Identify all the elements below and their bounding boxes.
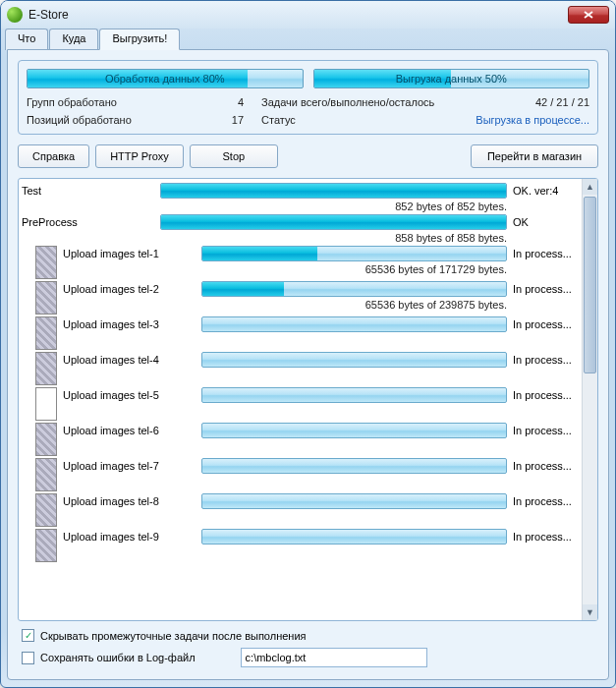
task-row[interactable]: Upload images tel-265536 bytes of 239875…: [20, 279, 595, 315]
task-row[interactable]: Upload images tel-7In process...: [20, 456, 595, 491]
task-row[interactable]: Test852 bytes of 852 bytes.OK. ver:4: [20, 181, 595, 212]
tasks-count-value: 42 / 21 / 21: [476, 96, 589, 108]
task-name: Upload images tel-6: [63, 423, 196, 436]
summary-panel: Обработка данных 80% Выгрузка данных 50%…: [18, 60, 598, 135]
task-status: OK: [513, 214, 591, 228]
task-progress-bar: [201, 387, 507, 403]
hide-done-checkbox[interactable]: ✓: [22, 629, 34, 642]
task-name: Upload images tel-4: [63, 352, 196, 366]
scrollbar-thumb[interactable]: [584, 197, 596, 373]
task-row[interactable]: Upload images tel-4In process...: [20, 350, 595, 385]
groups-processed-label: Групп обработано: [27, 96, 167, 108]
content-panel: Обработка данных 80% Выгрузка данных 50%…: [7, 49, 609, 680]
task-row[interactable]: Upload images tel-9In process...: [20, 527, 595, 562]
groups-processed-value: 4: [185, 96, 244, 108]
task-thumbnail: [35, 493, 57, 527]
task-progress-bar: [201, 423, 507, 438]
task-progress-fill: [202, 282, 284, 296]
task-row[interactable]: PreProcess858 bytes of 858 bytes.OK: [20, 212, 595, 244]
task-thumbnail: [35, 316, 57, 350]
scroll-up-button[interactable]: ▲: [583, 179, 597, 195]
task-progress-fill: [161, 215, 506, 229]
task-name: Upload images tel-1: [63, 246, 196, 259]
task-thumbnail: [35, 246, 57, 279]
app-icon: [7, 7, 23, 23]
task-progress-fill: [161, 184, 506, 198]
task-name: Upload images tel-5: [63, 387, 196, 401]
tab-what[interactable]: Что: [5, 29, 48, 50]
task-progress-bar: [201, 529, 507, 545]
task-thumbnail: [35, 529, 57, 562]
processing-progress-label: Обработка данных 80%: [105, 73, 225, 85]
task-thumbnail: [35, 281, 57, 315]
task-status: In process...: [513, 316, 591, 330]
tab-upload[interactable]: Выгрузить!: [99, 29, 180, 50]
scrollbar[interactable]: ▲ ▼: [582, 179, 597, 620]
window-title: E-Store: [28, 8, 568, 22]
tasks-count-label: Задачи всего/выполнено/осталось: [261, 96, 458, 108]
task-status: In process...: [513, 493, 591, 507]
task-row[interactable]: Upload images tel-3In process...: [20, 315, 595, 350]
tab-where[interactable]: Куда: [49, 29, 98, 50]
task-bytes: 852 bytes of 852 bytes.: [160, 201, 507, 212]
task-progress-col: [201, 316, 507, 332]
close-button[interactable]: [568, 6, 609, 24]
task-status: In process...: [513, 458, 591, 472]
task-progress-bar: [201, 352, 507, 368]
help-button[interactable]: Справка: [18, 144, 89, 168]
task-progress-bar: [201, 316, 507, 332]
task-name: Upload images tel-8: [63, 493, 196, 507]
task-progress-col: 65536 bytes of 171729 bytes.: [201, 246, 507, 275]
status-label: Статус: [261, 114, 458, 126]
positions-processed-label: Позиций обработано: [27, 114, 167, 126]
task-progress-bar: [201, 281, 507, 297]
task-progress-bar: [201, 493, 507, 509]
task-thumbnail: [35, 423, 57, 456]
task-name: Test: [22, 183, 154, 197]
task-thumbnail: [35, 387, 57, 421]
task-name: Upload images tel-2: [63, 281, 196, 295]
task-row[interactable]: Upload images tel-165536 bytes of 171729…: [20, 244, 595, 279]
task-row[interactable]: Upload images tel-5In process...: [20, 385, 595, 421]
task-progress-col: [201, 387, 507, 403]
task-name: Upload images tel-7: [63, 458, 196, 472]
task-progress-col: [201, 352, 507, 368]
task-bytes: 65536 bytes of 239875 bytes.: [201, 299, 507, 311]
task-thumbnail: [35, 458, 57, 491]
task-bytes: 858 bytes of 858 bytes.: [160, 232, 507, 244]
task-progress-bar: [201, 246, 507, 261]
log-path-input[interactable]: [241, 648, 427, 667]
task-progress-col: 852 bytes of 852 bytes.: [160, 183, 507, 212]
task-name: Upload images tel-9: [63, 529, 196, 543]
task-progress-bar: [160, 214, 507, 230]
footer: ✓ Скрывать промежуточные задачи после вы…: [18, 621, 598, 669]
titlebar[interactable]: E-Store: [1, 1, 615, 29]
hide-done-label: Скрывать промежуточные задачи после выпо…: [40, 630, 307, 642]
scroll-down-button[interactable]: ▼: [583, 604, 597, 620]
task-status: OK. ver:4: [513, 183, 591, 197]
task-status: In process...: [513, 352, 591, 366]
task-progress-col: [201, 458, 507, 474]
task-progress-col: [201, 529, 507, 545]
save-log-label: Сохранять ошибки в Log-файл: [40, 652, 196, 663]
http-proxy-button[interactable]: HTTP Proxy: [95, 144, 184, 168]
tabs: Что Куда Выгрузить!: [1, 29, 615, 50]
task-progress-col: [201, 493, 507, 509]
task-progress-col: 65536 bytes of 239875 bytes.: [201, 281, 507, 311]
task-progress-bar: [201, 458, 507, 474]
task-bytes: 65536 bytes of 171729 bytes.: [201, 263, 507, 275]
goto-store-button[interactable]: Перейти в магазин: [471, 144, 598, 168]
positions-processed-value: 17: [185, 114, 244, 126]
app-window: E-Store Что Куда Выгрузить! Обработка да…: [0, 0, 616, 688]
task-progress-bar: [160, 183, 507, 199]
task-status: In process...: [513, 529, 591, 543]
status-value: Выгрузка в процессе...: [476, 114, 589, 126]
task-name: PreProcess: [22, 214, 154, 228]
stop-button[interactable]: Stop: [190, 144, 278, 168]
upload-progress-bar: Выгрузка данных 50%: [313, 69, 590, 88]
task-status: In process...: [513, 246, 591, 259]
task-row[interactable]: Upload images tel-6In process...: [20, 421, 595, 456]
save-log-checkbox[interactable]: [22, 652, 34, 664]
task-list[interactable]: Test852 bytes of 852 bytes.OK. ver:4PreP…: [18, 178, 598, 621]
task-row[interactable]: Upload images tel-8In process...: [20, 491, 595, 527]
